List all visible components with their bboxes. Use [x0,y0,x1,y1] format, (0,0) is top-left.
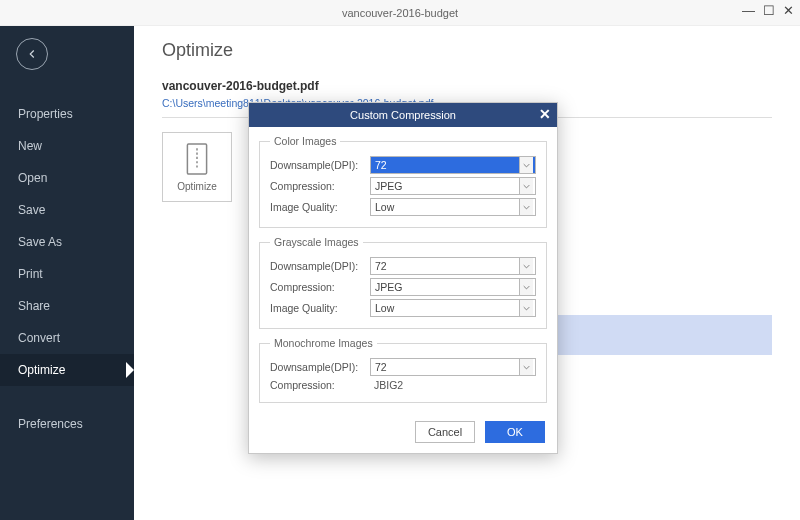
minimize-icon[interactable]: — [742,4,755,17]
chevron-down-icon [519,157,533,173]
sidebar-item-share[interactable]: Share [0,290,134,322]
mono-compression-value: JBIG2 [370,379,536,391]
sidebar-item-convert[interactable]: Convert [0,322,134,354]
sidebar-item-save[interactable]: Save [0,194,134,226]
gray-compression-select[interactable]: JPEG [370,278,536,296]
dialog-close-icon[interactable]: ✕ [539,106,551,122]
chevron-down-icon [519,300,533,316]
mono-downsample-select[interactable]: 72 [370,358,536,376]
sidebar-item-save-as[interactable]: Save As [0,226,134,258]
chevron-down-icon [519,199,533,215]
color-compression-select[interactable]: JPEG [370,177,536,195]
group-color-images: Color Images Downsample(DPI): 72 Compres… [259,135,547,228]
gray-downsample-select[interactable]: 72 [370,257,536,275]
sidebar-item-preferences[interactable]: Preferences [0,408,134,440]
group-grayscale-images: Grayscale Images Downsample(DPI): 72 Com… [259,236,547,329]
legend-color: Color Images [270,135,340,147]
chevron-down-icon [519,359,533,375]
optimize-tile[interactable]: Optimize [162,132,232,202]
sidebar: Properties New Open Save Save As Print S… [0,26,134,520]
chevron-down-icon [519,178,533,194]
dialog-title: Custom Compression [350,109,456,121]
dialog-titlebar[interactable]: Custom Compression ✕ [249,103,557,127]
optimize-tile-label: Optimize [177,181,216,192]
back-button[interactable] [16,38,48,70]
color-quality-select[interactable]: Low [370,198,536,216]
gray-quality-select[interactable]: Low [370,299,536,317]
sidebar-item-properties[interactable]: Properties [0,98,134,130]
group-monochrome-images: Monochrome Images Downsample(DPI): 72 Co… [259,337,547,403]
legend-gray: Grayscale Images [270,236,363,248]
chevron-down-icon [519,279,533,295]
ok-button[interactable]: OK [485,421,545,443]
window-controls: — ☐ ✕ [742,4,794,17]
sidebar-item-print[interactable]: Print [0,258,134,290]
window-title: vancouver-2016-budget [342,7,458,19]
sidebar-item-new[interactable]: New [0,130,134,162]
titlebar: vancouver-2016-budget — ☐ ✕ [0,0,800,26]
file-name: vancouver-2016-budget.pdf [162,79,772,93]
sidebar-item-optimize[interactable]: Optimize [0,354,134,386]
color-downsample-select[interactable]: 72 [370,156,536,174]
close-icon[interactable]: ✕ [783,4,794,17]
sidebar-item-open[interactable]: Open [0,162,134,194]
page-title: Optimize [162,40,772,61]
chevron-down-icon [519,258,533,274]
maximize-icon[interactable]: ☐ [763,4,775,17]
custom-compression-dialog: Custom Compression ✕ Color Images Downsa… [248,102,558,454]
cancel-button[interactable]: Cancel [415,421,475,443]
legend-mono: Monochrome Images [270,337,377,349]
